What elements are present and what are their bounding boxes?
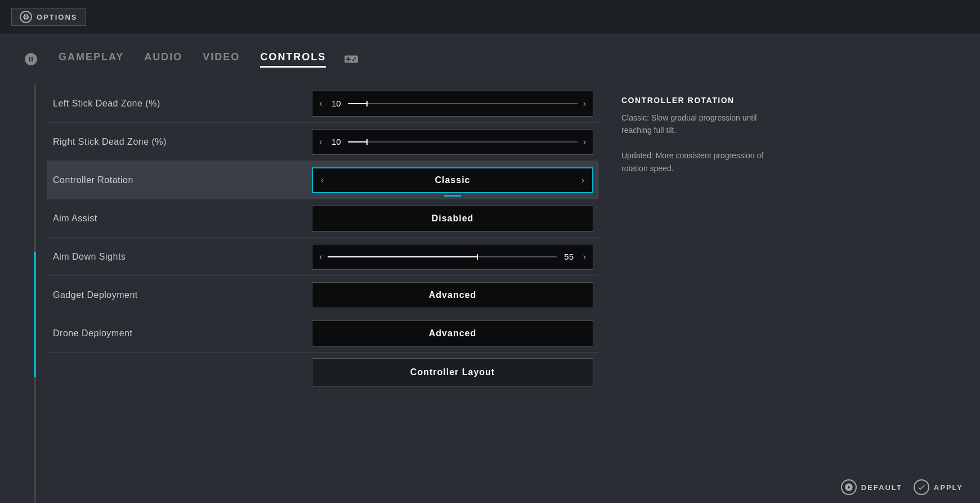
drone-deployment-value: Advanced (429, 328, 476, 339)
right-stick-left-arrow[interactable]: ‹ (317, 137, 324, 147)
right-stick-right-arrow[interactable]: › (581, 137, 588, 147)
left-stick-left-arrow[interactable]: ‹ (317, 99, 324, 109)
tab-gameplay[interactable]: GAMEPLAY (48, 51, 134, 68)
aim-assist-label: Aim Assist (53, 213, 312, 224)
aim-assist-control: Disabled (312, 206, 593, 232)
controller-rotation-control: ‹ Classic › (312, 167, 593, 193)
options-title: OPTIONS (37, 13, 78, 21)
left-stick-track (348, 103, 577, 104)
left-stick-marker (366, 101, 368, 106)
setting-row-aim-assist: Aim Assist Disabled (47, 199, 599, 238)
setting-row-aim-down-sights: Aim Down Sights ‹ 55 › (47, 238, 599, 276)
aim-down-sights-control: ‹ 55 › (312, 244, 593, 270)
controller-rotation-left-arrow[interactable]: ‹ (319, 175, 326, 185)
aim-down-sights-marker (477, 254, 478, 260)
scroll-bar (34, 84, 36, 503)
top-bar: ⚙ OPTIONS (0, 0, 980, 34)
left-stick-control: ‹ 10 › (312, 91, 593, 117)
right-stick-marker (366, 139, 368, 145)
right-stick-value: 10 (328, 137, 344, 146)
settings-panel: Left Stick Dead Zone (%) ‹ 10 › Righ (47, 84, 610, 503)
tab-video[interactable]: VIDEO (193, 51, 250, 68)
drone-deployment-button[interactable]: Advanced (312, 321, 593, 346)
default-label: DEFAULT (861, 483, 902, 492)
controller-layout-row: Controller Layout (47, 358, 599, 386)
left-stick-right-arrow[interactable]: › (581, 99, 588, 109)
setting-row-gadget-deployment: Gadget Deployment Advanced (47, 276, 599, 314)
controller-nav-icon (343, 51, 360, 68)
aim-down-sights-label: Aim Down Sights (53, 252, 312, 262)
controller-layout-label: Controller Layout (410, 367, 495, 377)
left-stick-value: 10 (328, 99, 344, 108)
gadget-deployment-control: Advanced (312, 282, 593, 308)
left-stick-label: Left Stick Dead Zone (%) (53, 99, 312, 109)
info-title: CONTROLLER ROTATION (621, 96, 779, 105)
aim-down-sights-fill (328, 256, 477, 257)
aim-down-sights-left-arrow[interactable]: ‹ (317, 252, 324, 262)
left-stick-slider[interactable]: ‹ 10 › (312, 91, 593, 117)
info-text: Classic: Slow gradual progression until … (621, 112, 779, 175)
aim-down-sights-value: 55 (561, 252, 578, 261)
left-stick-track-wrapper: 10 (328, 99, 577, 108)
right-stick-slider[interactable]: ‹ 10 › (312, 129, 593, 155)
aim-down-sights-right-arrow[interactable]: › (581, 252, 588, 262)
setting-row-controller-rotation: Controller Rotation ‹ Classic › (47, 161, 599, 199)
gadget-deployment-value: Advanced (429, 290, 476, 300)
info-line-2: Updated: More consistent progression of … (621, 151, 763, 172)
right-stick-track-wrapper: 10 (328, 137, 577, 146)
scroll-thumb (34, 252, 36, 377)
selector-indicator (444, 195, 461, 197)
tab-audio[interactable]: AUDIO (134, 51, 193, 68)
controller-rotation-wrapper: ‹ Classic › (312, 167, 593, 193)
aim-down-sights-slider[interactable]: ‹ 55 › (312, 244, 593, 270)
controller-layout-button[interactable]: Controller Layout (312, 358, 593, 386)
setting-row-right-stick: Right Stick Dead Zone (%) ‹ 10 › (47, 123, 599, 161)
drone-deployment-label: Drone Deployment (53, 328, 312, 339)
info-line-1: Classic: Slow gradual progression until … (621, 113, 757, 135)
apply-icon (914, 479, 929, 495)
controller-rotation-label: Controller Rotation (53, 175, 312, 185)
options-badge: ⚙ OPTIONS (11, 8, 86, 26)
right-stick-label: Right Stick Dead Zone (%) (53, 137, 312, 147)
drone-deployment-control: Advanced (312, 321, 593, 346)
gear-icon: ⚙ (20, 11, 32, 23)
main-content: Left Stick Dead Zone (%) ‹ 10 › Righ (0, 73, 980, 503)
aim-assist-button[interactable]: Disabled (312, 206, 593, 232)
default-icon (841, 479, 857, 495)
gameplay-nav-icon (23, 51, 39, 68)
gadget-deployment-label: Gadget Deployment (53, 290, 312, 300)
aim-down-sights-track-wrapper: 55 (328, 252, 577, 261)
aim-assist-value: Disabled (432, 213, 474, 224)
right-stick-track (348, 141, 577, 143)
info-panel: CONTROLLER ROTATION Classic: Slow gradua… (610, 84, 790, 503)
right-stick-control: ‹ 10 › (312, 129, 593, 155)
controller-rotation-selector[interactable]: ‹ Classic › (312, 167, 593, 193)
apply-label: APPLY (934, 483, 963, 492)
apply-button[interactable]: APPLY (914, 479, 963, 495)
gadget-deployment-button[interactable]: Advanced (312, 282, 593, 308)
controller-rotation-value: Classic (326, 175, 579, 185)
setting-row-left-stick: Left Stick Dead Zone (%) ‹ 10 › (47, 84, 599, 123)
default-button[interactable]: DEFAULT (841, 479, 902, 495)
controller-rotation-right-arrow[interactable]: › (579, 175, 587, 185)
aim-down-sights-track (328, 256, 557, 257)
right-stick-fill (348, 141, 366, 143)
nav-tabs: GAMEPLAY AUDIO VIDEO CONTROLS (0, 34, 980, 73)
left-stick-fill (348, 103, 366, 104)
bottom-bar: DEFAULT APPLY (824, 471, 980, 503)
tab-controls[interactable]: CONTROLS (250, 51, 336, 68)
setting-row-drone-deployment: Drone Deployment Advanced (47, 314, 599, 353)
